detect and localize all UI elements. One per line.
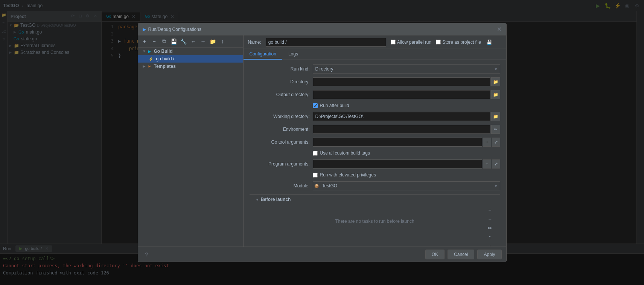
output-directory-browse-button[interactable]: 📁 [491, 90, 500, 99]
wrench-button[interactable]: 🔧 [180, 37, 188, 46]
run-debug-modal: ▶ Run/Debug Configurations ✕ + − ⧉ 💾 🔧 ←… [138, 23, 507, 262]
output-directory-input-group: 📁 [313, 90, 500, 99]
go-build-icon: ▶ [148, 49, 151, 54]
go-build-expand: ▼ [143, 49, 146, 53]
environment-label: Environment: [250, 127, 310, 132]
copy-config-button[interactable]: ⧉ [160, 37, 168, 46]
working-directory-input-group: 📁 [313, 112, 500, 121]
allow-parallel-checkbox[interactable] [391, 40, 396, 44]
output-directory-input[interactable] [313, 90, 490, 99]
module-select[interactable]: TestGO [313, 181, 500, 190]
arrow-left-button[interactable]: ← [189, 37, 198, 46]
go-build-group[interactable]: ▼ ▶ Go Build [138, 48, 243, 55]
modal-overlay: ▶ Run/Debug Configurations ✕ + − ⧉ 💾 🔧 ←… [0, 0, 644, 285]
run-after-build-checkbox[interactable] [313, 103, 318, 108]
modal-footer: ? OK Cancel Apply [138, 247, 506, 262]
run-elevated-checkbox[interactable] [313, 173, 318, 178]
store-label: Store as project file [436, 40, 481, 45]
directory-input[interactable] [313, 77, 490, 86]
custom-build-tags-checkbox[interactable] [313, 151, 318, 156]
allow-parallel-text: Allow parallel run [397, 40, 431, 45]
before-launch-content: + − ✏ ↑ ↓ There are no tasks to run befo… [250, 204, 500, 238]
run-elevated-label: Run with elevated privileges [320, 172, 376, 178]
environment-row: Environment: ✏ [250, 125, 500, 134]
add-config-button[interactable]: + [140, 37, 149, 46]
working-directory-input[interactable] [313, 112, 490, 121]
program-args-add-button[interactable]: + [483, 159, 491, 169]
go-tool-args-label: Go tool arguments: [250, 139, 310, 145]
go-tool-args-input-group: + ⤢ [313, 138, 500, 147]
store-text: Store as project file [442, 40, 481, 45]
go-build-item-label: go build / [156, 56, 175, 61]
cancel-button[interactable]: Cancel [448, 250, 474, 259]
working-directory-row: Working directory: 📁 [250, 112, 500, 121]
program-args-row: Program arguments: + ⤢ [250, 159, 500, 169]
templates-group[interactable]: ▶ ✂ Templates [138, 63, 243, 70]
go-tool-args-input[interactable] [313, 138, 482, 147]
before-launch-title: Before launch [260, 197, 291, 202]
before-launch-remove-button[interactable]: − [486, 215, 494, 223]
working-directory-browse-button[interactable]: 📁 [491, 112, 500, 121]
output-directory-label: Output directory: [250, 92, 310, 97]
sort-button[interactable]: ↕ [219, 37, 227, 46]
group-button[interactable]: 📁 [209, 37, 217, 46]
before-launch-add-button[interactable]: + [486, 206, 494, 214]
custom-build-tags-row: Use all custom build tags [250, 150, 500, 156]
apply-button[interactable]: Apply [477, 250, 501, 259]
go-build-item[interactable]: ⚡ go build / [138, 55, 243, 63]
go-build-label: Go Build [154, 49, 173, 54]
templates-expand: ▶ [143, 64, 146, 68]
program-args-input-group: + ⤢ [313, 159, 500, 169]
environment-edit-button[interactable]: ✏ [491, 125, 500, 134]
modal-left-toolbar: + − ⧉ 💾 🔧 ← → 📁 ↕ [138, 35, 243, 48]
program-args-input[interactable] [313, 159, 482, 169]
config-form: Run kind: Directory File Package ▼ [244, 60, 506, 247]
run-kind-select-wrapper: Directory File Package ▼ [313, 64, 500, 74]
module-row: Module: 📦 TestGO ▼ [250, 181, 500, 190]
before-launch-down-button[interactable]: ↓ [486, 242, 494, 247]
directory-browse-button[interactable]: 📁 [491, 77, 500, 86]
run-kind-select[interactable]: Directory File Package [313, 64, 500, 74]
name-input[interactable] [266, 38, 386, 47]
arrow-right-button[interactable]: → [199, 37, 207, 46]
allow-parallel-label: Allow parallel run [391, 40, 431, 45]
config-tabs: Configuration Logs [244, 49, 506, 60]
templates-icon: ✂ [148, 64, 151, 69]
run-kind-row: Run kind: Directory File Package ▼ [250, 64, 500, 74]
no-tasks-text: There are no tasks to run before launch [335, 219, 414, 224]
modal-left-panel: + − ⧉ 💾 🔧 ← → 📁 ↕ ▼ ▶ Go [138, 35, 244, 247]
templates-label: Templates [154, 64, 176, 69]
tab-configuration[interactable]: Configuration [244, 49, 282, 60]
save-config-button[interactable]: 💾 [170, 37, 178, 46]
program-args-expand-button[interactable]: ⤢ [492, 159, 500, 169]
environment-input[interactable] [313, 125, 490, 134]
remove-config-button[interactable]: − [150, 37, 158, 46]
before-launch-edit-button[interactable]: ✏ [486, 224, 494, 232]
working-directory-label: Working directory: [250, 114, 310, 119]
run-after-build-row: Run after build [250, 103, 500, 108]
config-tree: ▼ ▶ Go Build ⚡ go build / ▶ ✂ Templates [138, 48, 243, 247]
modal-icon: ▶ [143, 27, 146, 32]
directory-input-group: 📁 [313, 77, 500, 86]
go-tool-args-expand-button[interactable]: ⤢ [492, 138, 500, 147]
before-launch-expand: ▼ [256, 198, 259, 202]
ok-button[interactable]: OK [425, 250, 445, 259]
before-launch-toolbar: + − ✏ ↑ ↓ [486, 206, 494, 247]
modal-top-bar: Name: Allow parallel run Store as projec… [244, 35, 506, 49]
go-tool-args-row: Go tool arguments: + ⤢ [250, 138, 500, 147]
output-directory-row: Output directory: 📁 [250, 90, 500, 99]
modal-close-button[interactable]: ✕ [497, 26, 502, 33]
go-tool-args-add-button[interactable]: + [483, 138, 491, 147]
before-launch-header[interactable]: ▼ Before launch [250, 195, 500, 204]
modal-title: Run/Debug Configurations [148, 27, 201, 32]
run-elevated-row: Run with elevated privileges [250, 172, 500, 178]
store-checkbox[interactable] [436, 40, 441, 44]
before-launch-up-button[interactable]: ↑ [486, 233, 494, 241]
run-after-build-label: Run after build [320, 103, 349, 108]
name-label: Name: [248, 40, 261, 45]
modal-right-panel: Name: Allow parallel run Store as projec… [244, 35, 506, 247]
directory-label: Directory: [250, 79, 310, 84]
tab-logs[interactable]: Logs [282, 49, 304, 60]
help-button[interactable]: ? [143, 250, 151, 259]
before-launch-section: ▼ Before launch + − ✏ ↑ ↓ [250, 194, 500, 238]
